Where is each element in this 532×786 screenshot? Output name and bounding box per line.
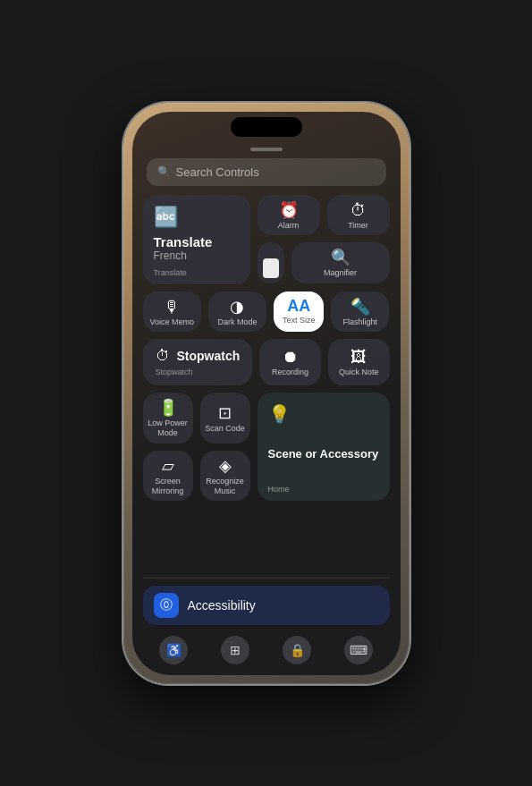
- text-size-label: Text Size: [283, 316, 316, 325]
- scene-title: Scene or Accessory: [268, 447, 379, 462]
- bottom-icons-bar: ♿ ⊞ 🔒 ⌨: [143, 632, 390, 668]
- dark-mode-icon: ◑: [230, 299, 244, 315]
- tile-timer[interactable]: ⏱ Timer: [327, 195, 390, 236]
- notch-area: [132, 112, 401, 144]
- dark-mode-label: Dark Mode: [217, 317, 257, 327]
- accessibility-label: Accessibility: [188, 598, 256, 613]
- quick-note-label: Quick Note: [339, 368, 379, 377]
- tile-quick-note[interactable]: 🖼 Quick Note: [328, 339, 390, 385]
- search-icon: 🔍: [157, 165, 171, 178]
- tile-scene[interactable]: 💡 Scene or Accessory Home: [258, 393, 390, 501]
- tile-stopwatch[interactable]: ⏱ Stopwatch Stopwatch: [143, 339, 253, 385]
- tile-recognize-music[interactable]: ◈ Recognize Music: [200, 451, 250, 502]
- acc-icon-symbol: ⓪: [160, 597, 173, 613]
- flashlight-label: Flashlight: [343, 317, 378, 327]
- stopwatch-label: Stopwatch: [156, 368, 193, 376]
- low-power-label: Low Power Mode: [147, 418, 190, 438]
- row-2: 🎙 Voice Memo ◑ Dark Mode AA Text Size 🔦 …: [143, 292, 390, 333]
- voice-memo-label: Voice Memo: [149, 317, 194, 327]
- scene-label: Home: [268, 485, 290, 494]
- bottom-icon-grid[interactable]: ⊞: [221, 636, 249, 664]
- tile-brightness-slider[interactable]: [258, 242, 284, 283]
- accessibility-row[interactable]: ⓪ Accessibility: [143, 586, 390, 625]
- phone-screen: 🔍 Search Controls 🔤 Translate French Tra…: [132, 112, 401, 675]
- magnifier-label: Magnifier: [324, 268, 357, 278]
- row-1: 🔤 Translate French Translate ⏰ Alarm: [143, 195, 390, 284]
- tile-alarm[interactable]: ⏰ Alarm: [258, 195, 320, 236]
- tile-text-size[interactable]: AA Text Size: [274, 292, 324, 333]
- scan-code-icon: ⊡: [218, 405, 232, 421]
- tile-screen-mirroring[interactable]: ▱ Screen Mirroring: [143, 451, 193, 502]
- row-3: ⏱ Stopwatch Stopwatch ⏺ Recording 🖼 Quic…: [143, 339, 390, 385]
- translate-label: Translate: [154, 268, 187, 277]
- bottom-icon-keyboard[interactable]: ⌨: [344, 636, 373, 664]
- tile-low-power[interactable]: 🔋 Low Power Mode: [143, 393, 193, 444]
- alarm-label: Alarm: [278, 221, 300, 231]
- tile-scan-code[interactable]: ⊡ Scan Code: [200, 393, 250, 444]
- voice-memo-icon: 🎙: [164, 299, 180, 315]
- bottom-icon-lock[interactable]: 🔒: [283, 636, 311, 664]
- accessibility-icon: ⓪: [154, 593, 179, 618]
- flashlight-icon: 🔦: [350, 299, 370, 315]
- screen-mirroring-icon: ▱: [162, 458, 174, 474]
- bottom-section: ⓪ Accessibility ♿ ⊞ 🔒 ⌨: [132, 574, 401, 675]
- row-low-scan: 🔋 Low Power Mode ⊡ Scan Code: [143, 393, 250, 444]
- search-placeholder: Search Controls: [176, 165, 259, 179]
- recording-label: Recording: [272, 368, 308, 377]
- row-screen-recognize: ▱ Screen Mirroring ◈ Recognize Music: [143, 451, 250, 502]
- translate-title: Translate: [154, 234, 213, 249]
- recording-icon: ⏺: [283, 349, 299, 365]
- quick-note-icon: 🖼: [350, 349, 367, 365]
- tile-recording[interactable]: ⏺ Recording: [259, 339, 321, 385]
- recognize-music-icon: ◈: [219, 458, 232, 474]
- tile-dark-mode[interactable]: ◑ Dark Mode: [208, 292, 266, 333]
- tile-flashlight[interactable]: 🔦 Flashlight: [331, 292, 389, 333]
- text-size-aa: AA: [287, 298, 310, 314]
- translate-icon: 🔤: [154, 206, 178, 229]
- col-alarm-timer: ⏰ Alarm ⏱ Timer: [258, 195, 390, 284]
- tile-voice-memo[interactable]: 🎙 Voice Memo: [143, 292, 201, 333]
- screen-mirroring-label: Screen Mirroring: [147, 477, 190, 496]
- stopwatch-icon: ⏱: [156, 348, 170, 364]
- low-power-icon: 🔋: [158, 400, 178, 416]
- recognize-music-label: Recognize Music: [204, 477, 247, 496]
- bottom-icon-accessibility[interactable]: ♿: [159, 636, 188, 664]
- row-slider-magnifier: 🔍 Magnifier: [258, 242, 390, 283]
- controls-grid: 🔤 Translate French Translate ⏰ Alarm: [132, 195, 401, 574]
- stopwatch-title: Stopwatch: [177, 349, 241, 363]
- tile-translate[interactable]: 🔤 Translate French Translate: [143, 195, 250, 284]
- separator: [143, 578, 390, 579]
- stopwatch-inner: ⏱ Stopwatch: [156, 348, 241, 364]
- timer-label: Timer: [348, 221, 368, 231]
- search-bar[interactable]: 🔍 Search Controls: [147, 158, 386, 186]
- drag-indicator: [250, 148, 283, 151]
- translate-subtitle: French: [154, 249, 213, 262]
- tile-magnifier[interactable]: 🔍 Magnifier: [291, 242, 390, 283]
- scene-icon: 💡: [268, 403, 291, 425]
- row-4: 🔋 Low Power Mode ⊡ Scan Code ▱ Screen Mi…: [143, 393, 390, 501]
- slider-fill: [263, 258, 279, 278]
- phone-frame: 🔍 Search Controls 🔤 Translate French Tra…: [123, 103, 410, 684]
- row-alarm-timer: ⏰ Alarm ⏱ Timer: [258, 195, 390, 236]
- scan-code-label: Scan Code: [205, 424, 245, 434]
- alarm-icon: ⏰: [279, 202, 299, 218]
- dynamic-island: [231, 117, 302, 137]
- timer-icon: ⏱: [350, 202, 367, 218]
- magnifier-icon: 🔍: [331, 249, 350, 266]
